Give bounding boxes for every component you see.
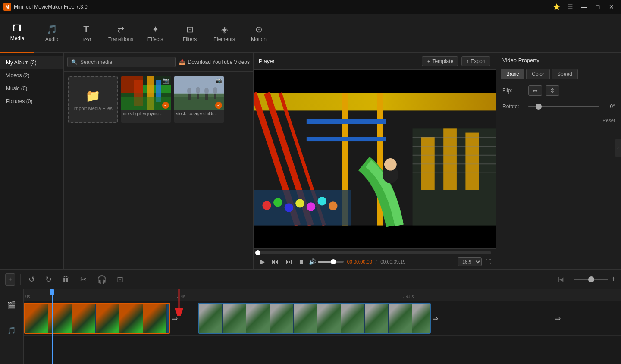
export-label: Export <box>470 58 486 64</box>
next-button[interactable]: ⏭ <box>284 257 294 267</box>
volume-control: 🔊 <box>309 258 344 265</box>
template-label: Template <box>433 58 454 64</box>
mixkit-thumbnail: 📷 ✓ <box>121 76 171 110</box>
ruler-mark-13s: 13.4s <box>175 294 185 299</box>
tab-basic[interactable]: Basic <box>501 69 524 79</box>
panel-collapse-arrow[interactable]: › <box>615 139 621 157</box>
title-bar: M MiniTool MovieMaker Free 7.3.0 ⭐ ☰ — □… <box>0 0 621 14</box>
search-icon: 🔍 <box>71 59 78 65</box>
delete-button[interactable]: 🗑 <box>60 273 72 286</box>
download-label: Download YouTube Videos <box>188 59 250 65</box>
stop-button[interactable]: ■ <box>298 257 305 267</box>
current-time: 00:00:00.00 <box>347 259 372 264</box>
play-button[interactable]: ▶ <box>258 257 267 267</box>
menu-button[interactable]: ☰ <box>564 2 576 12</box>
clip-outdoor[interactable] <box>198 303 431 334</box>
crop-button[interactable]: ⊡ <box>114 273 126 286</box>
flip-horizontal-button[interactable]: ⇔ <box>528 85 542 96</box>
clip3-arrow: ⇒ <box>555 314 561 322</box>
audio-detach-button[interactable]: 🎧 <box>94 273 109 286</box>
premium-button[interactable]: ⭐ <box>550 2 562 12</box>
tab-color[interactable]: Color <box>526 69 550 79</box>
export-button[interactable]: ↑ Export <box>461 56 490 66</box>
zoom-out-button[interactable]: − <box>567 275 572 284</box>
sidebar-item-videos[interactable]: Videos (2) <box>0 69 63 82</box>
sidebar-item-album[interactable]: My Album (2) <box>0 56 63 69</box>
media-item-mixkit[interactable]: 📷 ✓ mixkit-girl-enjoying-... <box>121 76 171 123</box>
download-youtube-button[interactable]: 📥 Download YouTube Videos <box>179 59 250 65</box>
volume-slider[interactable] <box>318 261 344 263</box>
frame-o3 <box>246 304 270 333</box>
title-bar-controls: ⭐ ☰ — □ ✕ <box>550 2 618 12</box>
svg-rect-47 <box>413 173 496 173</box>
toolbar-item-text[interactable]: T Text <box>69 14 104 53</box>
frame-o2 <box>223 304 246 333</box>
svg-rect-12 <box>188 93 191 100</box>
search-media-input[interactable]: 🔍 Search media <box>67 57 176 67</box>
aspect-ratio-select[interactable]: 16:9 9:16 1:1 4:3 <box>458 257 482 266</box>
media-panel: 🔍 Search media 📥 Download YouTube Videos… <box>64 53 254 269</box>
progress-bar[interactable] <box>258 251 491 254</box>
toolbar-item-elements[interactable]: ◈ Elements <box>207 14 242 53</box>
toolbar-item-filters[interactable]: ⊡ Filters <box>172 14 207 53</box>
rotate-slider[interactable] <box>528 106 599 107</box>
prev-button[interactable]: ⏮ <box>270 257 280 267</box>
template-button[interactable]: ⊞ Template <box>422 56 458 66</box>
progress-knob[interactable] <box>255 250 260 255</box>
toolbar-item-motion[interactable]: ⊙ Motion <box>242 14 276 53</box>
rotate-value: 0° <box>603 104 615 110</box>
sidebar-item-pictures[interactable]: Pictures (0) <box>0 95 63 108</box>
title-bar-left: M MiniTool MovieMaker Free 7.3.0 <box>3 3 88 11</box>
frame-o1 <box>199 304 223 333</box>
media-label: Media <box>10 35 25 41</box>
main-toolbar: 🎞 Media 🎵 Audio T Text ⇄ Transitions ✦ E… <box>0 14 621 53</box>
selected-badge: ✓ <box>162 102 169 109</box>
add-media-button[interactable]: + <box>5 273 15 286</box>
svg-point-30 <box>384 158 397 171</box>
svg-point-32 <box>262 201 271 210</box>
selected-badge-2: ✓ <box>215 102 222 109</box>
sidebar-item-music[interactable]: Music (0) <box>0 82 63 95</box>
playhead[interactable] <box>52 289 53 364</box>
rotate-control: 0° <box>528 104 615 110</box>
right-panel: Video Property Basic Color Speed Flip: ⇔… <box>496 53 621 269</box>
ruler-mark-0s: 0s <box>25 294 30 299</box>
transitions-icon: ⇄ <box>117 24 125 35</box>
stock-label: stock-footage-childr... <box>174 110 224 117</box>
chevron-right-icon: › <box>617 145 618 150</box>
main-content: My Album (2) Videos (2) Music (0) Pictur… <box>0 53 621 269</box>
maximize-button[interactable]: □ <box>592 2 604 12</box>
close-button[interactable]: ✕ <box>605 2 618 12</box>
fullscreen-button[interactable]: ⛶ <box>485 258 491 265</box>
svg-point-38 <box>329 201 337 210</box>
app-logo: M <box>3 3 11 11</box>
zoom-controls: |◀| − + <box>558 275 616 284</box>
toolbar-item-effects[interactable]: ✦ Effects <box>138 14 172 53</box>
reset-button[interactable]: Reset <box>602 118 615 123</box>
minimize-button[interactable]: — <box>578 2 590 12</box>
svg-point-34 <box>285 203 293 212</box>
toolbar-item-media[interactable]: 🎞 Media <box>0 14 34 53</box>
text-icon: T <box>83 24 89 35</box>
frame-6 <box>143 304 167 333</box>
rotate-knob[interactable] <box>536 104 542 110</box>
zoom-slider[interactable] <box>574 279 608 280</box>
media-item-stock[interactable]: 📷 ✓ stock-footage-childr... <box>174 76 224 123</box>
frame-o5 <box>294 304 317 333</box>
zoom-in-button[interactable]: + <box>611 275 616 284</box>
flip-vertical-button[interactable]: ⇕ <box>546 85 559 96</box>
cut-button[interactable]: ✂ <box>78 273 89 286</box>
toolbar-item-transitions[interactable]: ⇄ Transitions <box>104 14 138 53</box>
clip-playground[interactable] <box>24 303 170 334</box>
undo-button[interactable]: ↺ <box>26 273 38 286</box>
clip-outdoor-frames <box>199 304 430 333</box>
player-header: Player ⊞ Template ↑ Export <box>254 53 496 70</box>
tab-speed[interactable]: Speed <box>552 69 578 79</box>
app-title: MiniTool MovieMaker Free 7.3.0 <box>14 4 88 10</box>
volume-knob[interactable] <box>331 259 336 264</box>
redo-button[interactable]: ↻ <box>43 273 54 286</box>
toolbar-item-audio[interactable]: 🎵 Audio <box>34 14 69 53</box>
frame-o10 <box>412 304 430 333</box>
import-media-button[interactable]: 📁 Import Media Files <box>68 76 118 123</box>
zoom-knob[interactable] <box>588 276 594 282</box>
